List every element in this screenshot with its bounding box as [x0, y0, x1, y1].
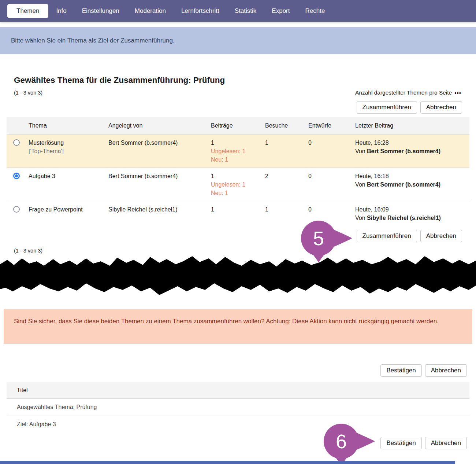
pagination-count-top: (1 - 3 von 3) — [14, 90, 42, 96]
topic-radio[interactable] — [13, 173, 20, 179]
last-post-by-prefix: Von — [355, 181, 367, 188]
annotation-step-6-number: 6 — [336, 430, 347, 452]
merge-button[interactable]: Zusammenführen — [357, 101, 417, 114]
cancel-button[interactable]: Abbrechen — [425, 364, 467, 377]
posts-count: 1 — [211, 139, 262, 147]
per-page-label: Anzahl dargestellter Themen pro Seite — [355, 89, 452, 96]
column-entwuerfe: Entwürfe — [308, 117, 355, 135]
column-titel: Titel — [7, 382, 469, 399]
topic-author: Bert Sommer (b.sommer4) — [108, 140, 178, 146]
merge-actions-top: Zusammenführen Abbrechen — [357, 101, 462, 114]
page-title: Gewähltes Thema für die Zusammenführung:… — [14, 76, 225, 85]
column-beitraege: Beiträge — [211, 117, 265, 135]
last-post-by: Bert Sommer (b.sommer4) — [367, 148, 440, 154]
last-post-date: Heute, 16:28 — [355, 139, 466, 147]
topic-title[interactable]: Frage zu Powerpoint — [29, 205, 105, 214]
unread-count: Ungelesen: 1 — [211, 180, 262, 189]
last-post-date: Heute, 16:18 — [355, 172, 466, 180]
titel-header-row: Titel — [7, 382, 469, 399]
pagination-count-bottom: (1 - 3 von 3) — [14, 248, 42, 254]
last-post-by-prefix: Von — [355, 215, 367, 221]
last-post-by: Bert Sommer (b.sommer4) — [367, 181, 440, 188]
tab-rechte[interactable]: Rechte — [297, 4, 332, 18]
cancel-button[interactable]: Abbrechen — [420, 101, 462, 114]
topic-title[interactable]: Aufgabe 3 — [29, 172, 105, 180]
confirm-actions-bottom: Bestätigen Abbrechen — [380, 437, 467, 449]
topic-subtitle: ['Top-Thema'] — [29, 147, 105, 155]
target-topic-cell: Ziel: Aufgabe 3 — [7, 416, 469, 433]
tab-statistik[interactable]: Statistik — [227, 4, 264, 18]
posts-count: 1 — [211, 205, 262, 214]
table-header-row: Thema Angelegt von Beiträge Besuche Entw… — [7, 117, 469, 135]
selected-topic-cell: Ausgewähltes Thema: Prüfung — [7, 399, 469, 416]
tab-bar: Themen Info Einstellungen Moderation Ler… — [0, 0, 476, 22]
drafts-count: 0 — [308, 206, 312, 213]
titel-table: Titel Ausgewähltes Thema: Prüfung Ziel: … — [7, 382, 469, 433]
redaction-scribble — [0, 254, 476, 299]
drafts-count: 0 — [308, 140, 312, 146]
table-row: Musterlösung['Top-Thema'] Bert Sommer (b… — [7, 135, 469, 168]
tab-einstellungen[interactable]: Einstellungen — [74, 4, 127, 18]
info-banner: Bitte wählen Sie ein Thema als Ziel der … — [0, 27, 476, 54]
topic-author: Sibylle Reichel (s.reichel1) — [108, 206, 178, 213]
cancel-button[interactable]: Abbrechen — [425, 437, 467, 449]
per-page-control: Anzahl dargestellter Themen pro Seite ••… — [355, 89, 461, 96]
confirm-actions-top: Bestätigen Abbrechen — [380, 364, 467, 377]
column-letzter-beitrag: Letzter Beitrag — [355, 117, 469, 135]
visits-count: 1 — [265, 206, 268, 213]
drafts-count: 0 — [308, 173, 312, 179]
radio-column-header — [7, 117, 29, 135]
info-banner-text: Bitte wählen Sie ein Thema als Ziel der … — [11, 37, 175, 44]
topic-author: Bert Sommer (b.sommer4) — [108, 173, 178, 179]
last-post-date: Heute, 16:09 — [355, 205, 466, 214]
column-besuche: Besuche — [265, 117, 308, 135]
column-thema: Thema — [29, 117, 108, 135]
topic-title[interactable]: Musterlösung — [29, 139, 105, 147]
visits-count: 1 — [265, 140, 268, 146]
annotation-step-5-number: 5 — [313, 227, 324, 249]
footer-bar — [0, 461, 455, 464]
tab-lernfortschritt[interactable]: Lernfortschritt — [174, 4, 227, 18]
topic-radio[interactable] — [13, 139, 20, 146]
table-row: Ziel: Aufgabe 3 — [7, 416, 469, 433]
tab-info[interactable]: Info — [48, 4, 74, 18]
warning-banner: Sind Sie sicher, dass Sie diese beiden T… — [4, 309, 472, 344]
new-count: Neu: 1 — [211, 189, 262, 197]
merge-button[interactable]: Zusammenführen — [357, 230, 417, 242]
table-row: Frage zu Powerpoint Sibylle Reichel (s.r… — [7, 201, 469, 226]
column-angelegt-von: Angelegt von — [108, 117, 211, 135]
confirm-button[interactable]: Bestätigen — [380, 437, 421, 449]
tab-moderation[interactable]: Moderation — [127, 4, 174, 18]
last-post-by: Sibylle Reichel (s.reichel1) — [367, 215, 441, 221]
per-page-menu-icon[interactable]: ••• — [454, 90, 461, 96]
topics-table: Thema Angelegt von Beiträge Besuche Entw… — [7, 117, 469, 226]
posts-count: 1 — [211, 172, 262, 180]
merge-actions-bottom: Zusammenführen Abbrechen — [357, 230, 462, 242]
table-row: Ausgewähltes Thema: Prüfung — [7, 399, 469, 416]
cancel-button[interactable]: Abbrechen — [420, 230, 462, 242]
last-post-by-prefix: Von — [355, 148, 367, 154]
confirm-button[interactable]: Bestätigen — [380, 364, 421, 377]
table-row: Aufgabe 3 Bert Sommer (b.sommer4) 1Ungel… — [7, 168, 469, 201]
unread-count: Ungelesen: 1 — [211, 147, 262, 155]
warning-text: Sind Sie sicher, dass Sie diese beiden T… — [14, 318, 439, 325]
visits-count: 2 — [265, 173, 268, 179]
forum-admin-page: Themen Info Einstellungen Moderation Ler… — [0, 0, 476, 464]
new-count: Neu: 1 — [211, 155, 262, 164]
tab-themen[interactable]: Themen — [7, 4, 48, 18]
topic-radio[interactable] — [13, 206, 20, 213]
tab-export[interactable]: Export — [264, 4, 297, 18]
